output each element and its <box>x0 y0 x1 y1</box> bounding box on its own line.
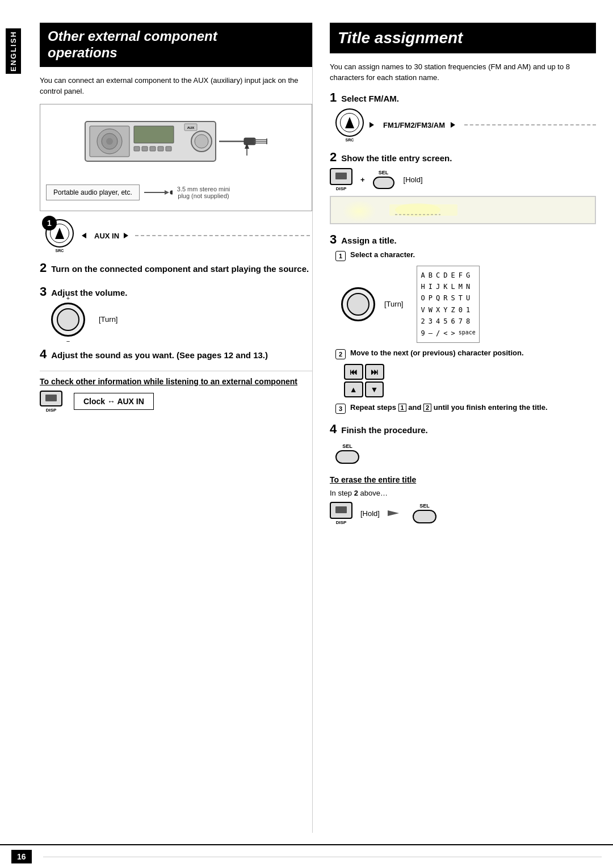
sel-button-finish[interactable] <box>335 450 359 464</box>
char-row-3: OPQRSTU <box>421 292 475 304</box>
svg-rect-10 <box>166 146 171 151</box>
info-section: To check other information while listeni… <box>40 371 312 413</box>
portable-label: Portable audio player, etc. <box>46 184 140 200</box>
left-column: Other external component operations You … <box>34 23 312 833</box>
nav-prev[interactable]: ⏮ <box>344 364 363 380</box>
char-select-area: [Turn] ABCDEFG HIJKLMN OPQRSTU <box>341 266 596 343</box>
svg-point-14 <box>195 135 208 148</box>
finish-sel-area: SEL <box>335 443 359 464</box>
main-content: ENGLISH Other external component operati… <box>0 0 613 844</box>
hold-label: [Hold] <box>404 175 423 184</box>
fm-flow-label: FM1/FM2/FM3/AM <box>383 121 445 129</box>
char-row-6: 9–/<>space <box>421 328 475 339</box>
sidebar: ENGLISH <box>0 23 34 833</box>
svg-rect-9 <box>158 146 163 151</box>
volume-knob-area: + − [Turn] <box>51 303 312 337</box>
cable-arrow <box>144 188 173 197</box>
svg-marker-32 <box>451 122 455 128</box>
svg-marker-26 <box>55 228 64 239</box>
src-label-right: SRC <box>335 138 364 142</box>
sel-label-finish: SEL <box>342 443 352 449</box>
step2-area: 2 Turn on the connected component and st… <box>40 261 312 275</box>
right-step2: 2 Show the title entry screen. DISP <box>330 150 596 224</box>
radio-illustration: AUX <box>79 110 272 178</box>
char-row-4: VWXYZ01 <box>421 304 475 316</box>
char-row-5: 2345678 <box>421 316 475 327</box>
bottom-divider <box>43 857 602 857</box>
step3-area: 3 Adjust the volume. + − [Turn] <box>40 284 312 337</box>
disp-button-area: DISP <box>40 391 62 413</box>
select-knob[interactable] <box>341 287 375 321</box>
hold-label-erase: [Hold] <box>360 509 380 518</box>
src-triangle <box>55 228 64 239</box>
sel-label-erase: SEL <box>419 503 430 509</box>
display-animation <box>384 199 543 221</box>
disp-button-step2: DISP <box>330 168 352 191</box>
plug-label: 3.5 mm stereo mini plug (not supplied) <box>177 186 230 199</box>
svg-point-35 <box>395 203 440 217</box>
step1-area: 1 SRC AUX IN <box>45 219 312 253</box>
svg-rect-37 <box>335 506 347 513</box>
sub-step1: 1 Select a character. <box>335 250 596 261</box>
svg-rect-7 <box>142 146 148 151</box>
svg-marker-27 <box>82 233 86 238</box>
language-label: ENGLISH <box>6 28 21 74</box>
disp-label2: DISP <box>336 186 347 191</box>
page-number: 16 <box>11 850 32 863</box>
right-step4: 4 Finish the procedure. SEL <box>330 422 596 467</box>
svg-rect-25 <box>170 191 173 194</box>
nav-next[interactable]: ⏭ <box>365 364 384 380</box>
right-intro-text: You can assign names to 30 station frequ… <box>330 61 596 83</box>
sub-step3: 3 Repeat steps 1 and 2 until you finish … <box>335 403 596 414</box>
svg-rect-6 <box>134 146 140 151</box>
info-title: To check other information while listeni… <box>40 377 312 386</box>
svg-marker-28 <box>124 233 128 238</box>
svg-rect-5 <box>134 126 174 143</box>
disp-icon3 <box>335 506 347 513</box>
src-triangle-right <box>345 117 354 128</box>
info-row: DISP Clock ↔ AUX IN <box>40 391 312 413</box>
plus-label: + <box>360 175 365 184</box>
turn-label-right: [Turn] <box>384 300 403 308</box>
arrow-icon <box>82 233 90 238</box>
arrow-erase <box>388 505 405 522</box>
right-title: Title assignment <box>338 28 588 48</box>
sel-top-label: SEL <box>379 170 389 175</box>
turn-label: [Turn] <box>99 315 117 324</box>
nav-buttons-area: ⏮ ⏭ ▲ ▼ <box>341 364 596 397</box>
right-column: Title assignment You can assign names to… <box>312 23 596 833</box>
sel-button-step2: SEL <box>373 170 394 189</box>
char-row-1: ABCDEFG <box>421 270 475 281</box>
aux-in-label: AUX IN <box>94 232 119 240</box>
arrow-fm-right-icon <box>451 122 459 128</box>
nav-up[interactable]: ▲ <box>344 381 363 397</box>
fm-flow: SRC FM1/FM2/FM3/AM <box>335 108 596 142</box>
right-section-header: Title assignment <box>330 23 596 53</box>
left-title: Other external component operations <box>48 28 304 61</box>
disp-icon <box>45 395 57 401</box>
svg-rect-29 <box>45 395 57 401</box>
svg-marker-30 <box>345 117 354 128</box>
arrow-fm-icon <box>370 122 377 128</box>
clock-aux-box: Clock ↔ AUX IN <box>74 393 154 410</box>
erase-section: To erase the entire title In step 2 abov… <box>330 475 596 525</box>
sel-btn-erase[interactable] <box>413 510 436 523</box>
svg-marker-24 <box>165 190 169 195</box>
disp-button-erase: DISP <box>330 502 352 525</box>
nav-down[interactable]: ▼ <box>365 381 384 397</box>
svg-text:AUX: AUX <box>187 126 195 129</box>
volume-knob[interactable] <box>51 303 85 337</box>
display-screen <box>330 196 596 224</box>
portable-diagram: Portable audio player, etc. 3.5 mm stere… <box>46 184 306 200</box>
svg-rect-8 <box>150 146 156 151</box>
sel-button-erase: SEL <box>413 503 436 523</box>
src-label: SRC <box>45 249 74 253</box>
erase-title: To erase the entire title <box>330 475 596 484</box>
arrow-right-icon <box>124 233 133 238</box>
svg-point-4 <box>106 138 113 145</box>
svg-marker-38 <box>388 510 399 516</box>
disp-label: DISP <box>46 408 57 413</box>
right-step1: 1 Select FM/AM. SRC <box>330 90 596 142</box>
erase-flow: DISP [Hold] SEL <box>330 502 596 525</box>
title-entry-flow: DISP + SEL [Hold] <box>330 168 596 191</box>
